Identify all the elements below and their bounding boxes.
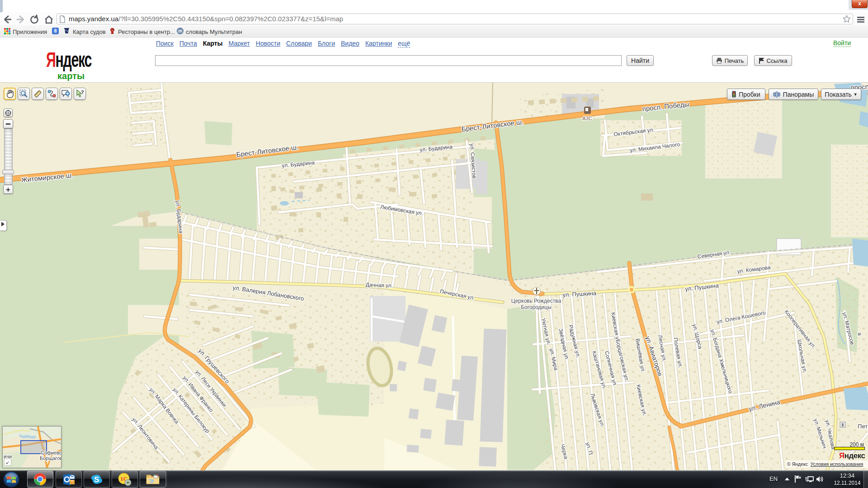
svg-text:АЗС: АЗС <box>582 116 592 121</box>
svg-text:Богородицы: Богородицы <box>521 304 552 310</box>
svg-text:?: ? <box>81 89 84 95</box>
svg-text:Софиевс: Софиевс <box>41 450 61 455</box>
svg-text:S: S <box>94 475 99 484</box>
svg-text:Церковь Рождества: Церковь Рождества <box>511 298 561 304</box>
svg-text:Борщагов: Борщагов <box>40 455 61 461</box>
svg-text:Петр: Петр <box>858 423 868 430</box>
svg-text:Дачная ул.: Дачная ул. <box>366 282 393 289</box>
